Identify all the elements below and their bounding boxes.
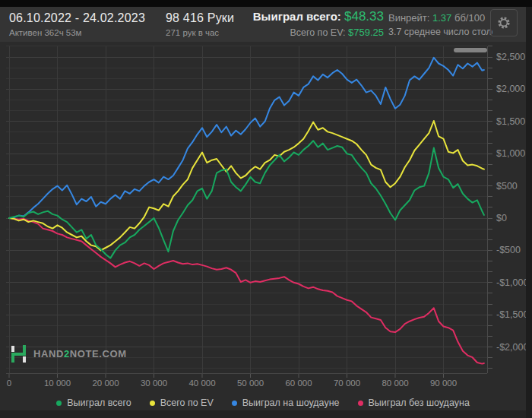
logo-text-2: 2 [64,348,70,359]
x-axis-label: 40 000 [188,378,215,388]
gear-icon [496,15,511,30]
legend-item-non-showdown[interactable]: Выиграл без шоудауна [358,397,470,408]
y-axis-label: $0 [496,213,507,223]
active-time: Активен 362ч 53м [9,28,145,37]
legend-dot-icon [358,401,363,406]
legend-item-won-total[interactable]: Выиграл всего [56,397,131,408]
legend-dot-icon [232,401,237,406]
x-axis-label: 60 000 [285,378,312,388]
hand2note-logo: HAND2NOTE.COM [10,344,127,363]
x-axis-label: 30 000 [141,378,167,388]
session-period-block: 06.10.2022 - 24.02.2023 Активен 362ч 53м [9,10,145,37]
settings-button[interactable] [490,9,518,36]
y-axis-label: $1,500 [496,116,525,127]
hand2note-logo-icon [10,344,27,363]
window-bottom-edge [0,410,526,418]
legend-label: Выиграл на шоудауне [242,397,340,408]
hand2note-session-window: 06.10.2022 - 24.02.2023 Активен 362ч 53м… [0,0,532,418]
legend-label: Выиграл без шоудауна [369,397,470,408]
legend-dot-icon [56,401,62,406]
x-axis-label: 20 000 [92,378,119,388]
y-axis-label: $1,000 [496,148,525,159]
hands-block: 98 416 Руки 271 рук в час [166,10,234,37]
winrate-unit: бб/100 [454,12,485,24]
window-right-edge [526,7,532,418]
x-axis-label: 90 000 [430,378,457,388]
won-total-value: $48.33 [344,9,384,24]
avg-tables: 3.7 среднее число столов [388,27,492,37]
winnings-graph: 010 00020 00030 00040 00050 00060 00070 … [0,42,526,410]
y-axis-label: $2,000 [496,84,525,94]
y-axis-label: $2,500 [496,52,525,62]
hands-count: 98 416 Руки [166,11,234,25]
y-axis-label: -$1,500 [496,309,526,320]
window-top-edge [0,0,532,7]
x-axis-label: 70 000 [334,378,360,388]
ev-total-label: Всего по EV: [290,27,345,38]
winrate-block: Винрейт: 1.37 бб/100 3.7 среднее число с… [388,12,492,37]
logo-text-hand: HAND [33,348,64,359]
date-range: 06.10.2022 - 24.02.2023 [9,11,145,25]
winrate-label: Винрейт: [388,12,429,24]
legend-item-showdown[interactable]: Выиграл на шоудауне [232,397,340,408]
y-axis-label: -$2,000 [496,342,526,353]
logo-text-note: NOTE.COM [70,348,127,359]
y-axis-label: -$1,000 [496,277,526,288]
graph-legend: Выиграл всегоВсего по EVВыиграл на шоуда… [0,396,526,410]
won-total-label: Выиграл всего: [253,10,341,23]
y-axis-label: $500 [496,181,518,192]
stats-header: 06.10.2022 - 24.02.2023 Активен 362ч 53м… [0,7,526,42]
chart-scrollbar-thumb[interactable] [454,48,487,52]
legend-item-ev-total[interactable]: Всего по EV [150,397,214,408]
x-axis-label: 80 000 [382,378,408,388]
x-axis-label: 0 [7,378,11,388]
x-axis-label: 50 000 [237,378,264,388]
winnings-block: Выиграл всего: $48.33 Всего по EV: $759.… [253,9,384,38]
legend-dot-icon [150,401,155,406]
hand2note-logo-text: HAND2NOTE.COM [33,348,127,359]
legend-label: Выиграл всего [67,397,131,408]
legend-label: Всего по EV [160,397,214,408]
winrate-value: 1.37 [432,12,451,24]
x-axis-label: 10 000 [44,378,71,388]
hands-per-hour: 271 рук в час [166,28,234,37]
ev-total-value: $759.25 [348,27,384,38]
y-axis-label: -$500 [496,245,521,255]
